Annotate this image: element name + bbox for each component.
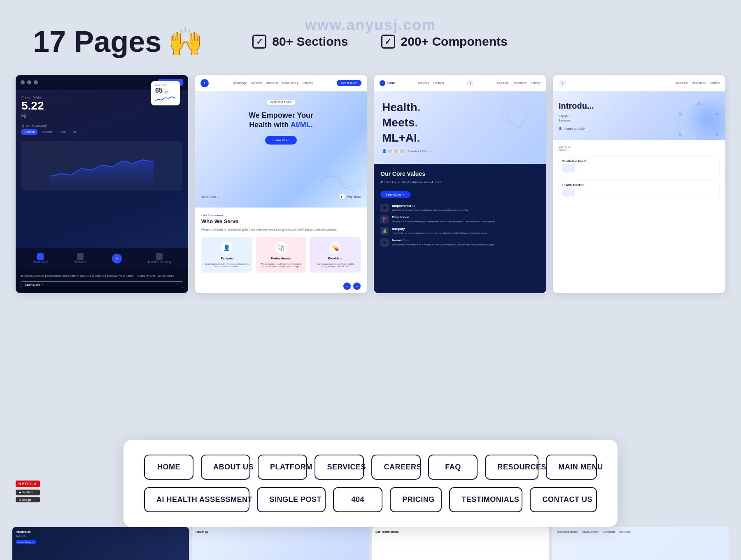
sc2-learn-btn[interactable]: Learn More xyxy=(265,136,297,145)
bottom-left-overlay: NETFLIX ▶ YouTube G Google xyxy=(16,481,40,502)
feature-components-label: 200+ Components xyxy=(401,35,508,49)
page-single-post[interactable]: SINGLE POST xyxy=(257,487,326,512)
nav4-resources[interactable]: Resources xyxy=(692,82,705,84)
sc3-values-list: 🏛 Empowerment We believe in treating our… xyxy=(380,204,540,247)
page-main-menu[interactable]: MAIN MENU xyxy=(546,455,597,480)
wave-decoration xyxy=(314,162,367,203)
empowerment-icon: 🏛 xyxy=(380,204,389,212)
next-arrow[interactable]: → xyxy=(353,282,361,290)
sc2-cta-btn[interactable]: Get In Touch xyxy=(337,80,361,86)
avatar-2 xyxy=(393,148,399,154)
page-careers[interactable]: CAREERS xyxy=(371,455,421,480)
empowerment-title: Empowerment xyxy=(392,204,468,208)
trusted-arrow: → xyxy=(587,127,590,130)
integrity-title: Integrity xyxy=(392,227,487,231)
watermark: www.anyusj.com xyxy=(305,16,436,34)
innovation-title: Innovation xyxy=(392,238,495,242)
page-platform[interactable]: PLATFORM xyxy=(258,455,307,480)
pages-row-2: AI HEALTH ASSESSMENT SINGLE POST 404 PRI… xyxy=(144,487,597,512)
page-404[interactable]: 404 xyxy=(333,487,382,512)
sc3-plus: + xyxy=(467,79,474,87)
nav4-contact[interactable]: Contact xyxy=(710,82,720,84)
nav-ml[interactable]: Machine Learning xyxy=(148,253,171,264)
predictive-label: Predictive Health xyxy=(562,159,716,163)
nav-about[interactable]: About Us xyxy=(266,82,278,85)
value-integrity: 🔒 Integrity Integrity is the foundation … xyxy=(380,227,540,235)
feature-sections: 80+ Sections xyxy=(252,35,348,49)
tracker-label: Health Tracker xyxy=(562,183,716,187)
nav-mindfulness[interactable]: Mindfulness xyxy=(33,253,48,264)
feature-sections-label: 80+ Sections xyxy=(272,35,348,49)
integrity-icon: 🔒 xyxy=(380,227,389,235)
tab-year[interactable]: Year xyxy=(57,129,69,135)
svg-point-4 xyxy=(684,110,713,139)
wellness-icon xyxy=(77,253,84,260)
ml-label: Machine Learning xyxy=(148,261,171,264)
sc1-content: Current Weight 5.22 kg 🔒 18+ AI Accuracy… xyxy=(16,90,188,248)
sc4-nav: + About Us Resources Contact xyxy=(553,75,725,91)
page-testimonials[interactable]: TESTIMONIALS xyxy=(449,487,522,512)
page-ai-health[interactable]: AI HEALTH ASSESSMENT xyxy=(144,487,249,512)
tracker-icon xyxy=(562,188,575,196)
page-pricing[interactable]: PRICING xyxy=(390,487,442,512)
sc3-learn-more[interactable]: Learn More → xyxy=(380,191,410,198)
nav4-about[interactable]: About Us xyxy=(676,82,688,84)
scroll-text: ScrollDown xyxy=(201,195,216,198)
nav3-contact[interactable]: Contact xyxy=(531,82,541,84)
sc1-learn-more[interactable]: Learn More → xyxy=(21,281,183,288)
page-resources[interactable]: RESOURCES xyxy=(485,455,538,480)
svg-point-5 xyxy=(690,116,707,133)
nav-homepage[interactable]: Homepage xyxy=(233,82,247,85)
prev-arrow[interactable]: ← xyxy=(343,282,351,290)
nav-resources[interactable]: Resources ▾ xyxy=(282,82,298,85)
sc2-nav-arrows: ← → xyxy=(195,279,367,293)
professionals-title: Professionals xyxy=(271,257,291,260)
nav3-resources[interactable]: Resources xyxy=(513,82,526,84)
professionals-icon: 🩺 xyxy=(275,242,287,254)
brand-title: 17 Pages 🙌 xyxy=(33,25,203,58)
bs1-title: HeartPulse xyxy=(16,530,186,533)
heart-chart xyxy=(155,94,176,103)
tab-3month[interactable]: 3 Month xyxy=(39,129,55,135)
tab-all[interactable]: All xyxy=(70,129,79,135)
weight-unit: kg xyxy=(21,113,182,118)
sc1-dots xyxy=(21,80,38,84)
tab-1month[interactable]: 1 Month xyxy=(21,129,37,135)
nav3-services[interactable]: Services xyxy=(418,82,429,84)
value-innovation: ⚙ Innovation We embrace innovation as a … xyxy=(380,238,540,247)
geometric-shapes xyxy=(493,96,542,145)
heart-rate-card: Heart Rate 65 bpm xyxy=(151,81,180,105)
page-faq[interactable]: FAQ xyxy=(428,455,478,480)
nav3-platform[interactable]: Platform xyxy=(433,82,444,84)
pages-grid: HOME ABOUT US PLATFORM SERVICES CAREERS … xyxy=(144,455,597,512)
page-services[interactable]: SERVICES xyxy=(315,455,364,480)
bs1-btn[interactable]: Learn More → xyxy=(16,540,36,544)
google-badge: G Google xyxy=(16,497,40,502)
nav3-about[interactable]: About Us xyxy=(497,82,509,84)
page-contact-us[interactable]: CONTACT US xyxy=(530,487,597,512)
bs1-text: SpPo 98+ xyxy=(16,535,186,537)
add-button[interactable]: + xyxy=(112,254,122,264)
sc2-headline: We Empower YourHealth with AI/ML. xyxy=(249,111,313,130)
sc2-tag: OUR PURPOSE xyxy=(266,100,296,105)
sc2-cards: 👤 Patients In asklepios health, we serve… xyxy=(201,237,361,273)
sc4-card-tracker: Health Tracker xyxy=(559,180,720,200)
nav-services[interactable]: Services xyxy=(251,82,262,85)
bs2-content: Health UI xyxy=(196,530,366,533)
logo-dot xyxy=(380,80,385,86)
value-empowerment: 🏛 Empowerment We believe in treating our… xyxy=(380,204,540,212)
sc4-nav-links: About Us Resources Contact xyxy=(676,82,720,84)
screenshot-hero-blue: + Homepage Services About Us Resources ▾… xyxy=(195,75,367,293)
page-home[interactable]: HOME xyxy=(144,455,193,480)
nav-careers[interactable]: Careers xyxy=(303,82,313,85)
sc1-dot-2 xyxy=(27,80,31,84)
providers-icon: 💊 xyxy=(329,242,341,254)
sc4-cards: Predictive Health Health Tracker xyxy=(559,156,720,200)
nav-wellness[interactable]: Wellness xyxy=(74,253,86,264)
screenshots-row: Main Menu Heart Rate 65 bpm Current Weig… xyxy=(0,75,741,293)
sc3-dark-title: Our Core Values xyxy=(380,170,540,177)
sc2-headline-text: We Empower YourHealth with AI/ML. xyxy=(249,111,313,129)
page-about-us[interactable]: ABOUT US xyxy=(201,455,250,480)
sc2-scroll: ScrollDown ↓ xyxy=(201,194,219,199)
svg-rect-1 xyxy=(501,100,529,128)
